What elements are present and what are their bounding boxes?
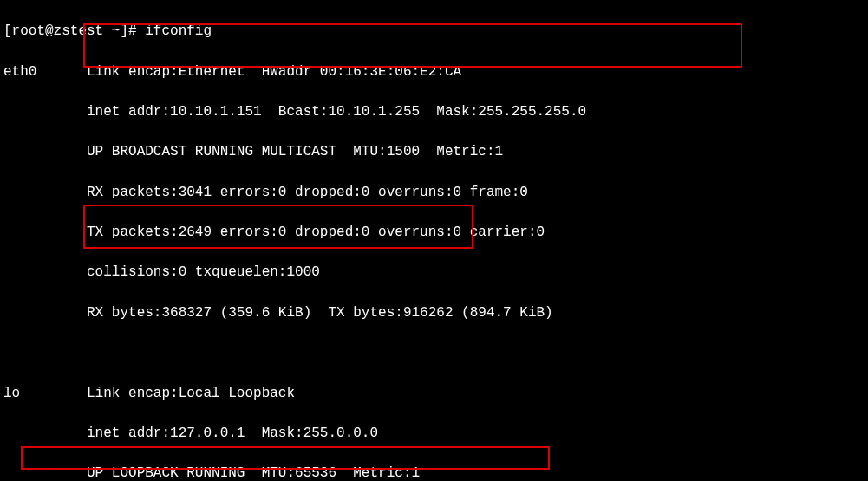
- eth0-inet-line: inet addr:10.10.1.151 Bcast:10.10.1.255 …: [3, 102, 865, 122]
- iface-label: eth0: [3, 64, 36, 80]
- prompt-line-1[interactable]: [root@zstest ~]# ifconfig: [3, 22, 865, 42]
- eth0-rxp: RX packets:3041 errors:0 dropped:0 overr…: [87, 185, 528, 200]
- eth0-coll-line: collisions:0 txqueuelen:1000: [3, 263, 865, 283]
- eth0-coll: collisions:0 txqueuelen:1000: [87, 264, 320, 280]
- shell-prompt: [root@zstest ~]#: [3, 23, 145, 39]
- eth0-rxp-line: RX packets:3041 errors:0 dropped:0 overr…: [3, 183, 865, 203]
- eth0-txp: TX packets:2649 errors:0 dropped:0 overr…: [87, 224, 545, 240]
- eth0-bytes-line: RX bytes:368327 (359.6 KiB) TX bytes:916…: [3, 303, 865, 323]
- eth0-link-line: eth0 Link encap:Ethernet HWaddr 00:16:3E…: [3, 62, 865, 82]
- terminal-output: [root@zstest ~]# ifconfig eth0 Link enca…: [0, 0, 868, 481]
- lo-inet-line: inet addr:127.0.0.1 Mask:255.0.0.0: [3, 424, 865, 444]
- eth0-link: Link encap:Ethernet HWaddr 00:16:3E:06:E…: [87, 64, 461, 80]
- command-ifconfig: ifconfig: [145, 23, 212, 39]
- iface-label: lo: [3, 386, 20, 401]
- lo-inet: inet addr:127.0.0.1 Mask:255.0.0.0: [87, 426, 378, 441]
- blank-line: [3, 343, 865, 363]
- lo-link: Link encap:Local Loopback: [87, 386, 295, 401]
- eth0-flags: UP BROADCAST RUNNING MULTICAST MTU:1500 …: [87, 144, 503, 159]
- lo-flags-line: UP LOOPBACK RUNNING MTU:65536 Metric:1: [3, 464, 865, 481]
- eth0-flags-line: UP BROADCAST RUNNING MULTICAST MTU:1500 …: [3, 142, 865, 162]
- lo-link-line: lo Link encap:Local Loopback: [3, 384, 865, 404]
- eth0-inet: inet addr:10.10.1.151 Bcast:10.10.1.255 …: [87, 104, 586, 120]
- lo-flags: UP LOOPBACK RUNNING MTU:65536 Metric:1: [87, 465, 420, 481]
- eth0-bytes: RX bytes:368327 (359.6 KiB) TX bytes:916…: [87, 305, 553, 321]
- eth0-txp-line: TX packets:2649 errors:0 dropped:0 overr…: [3, 223, 865, 243]
